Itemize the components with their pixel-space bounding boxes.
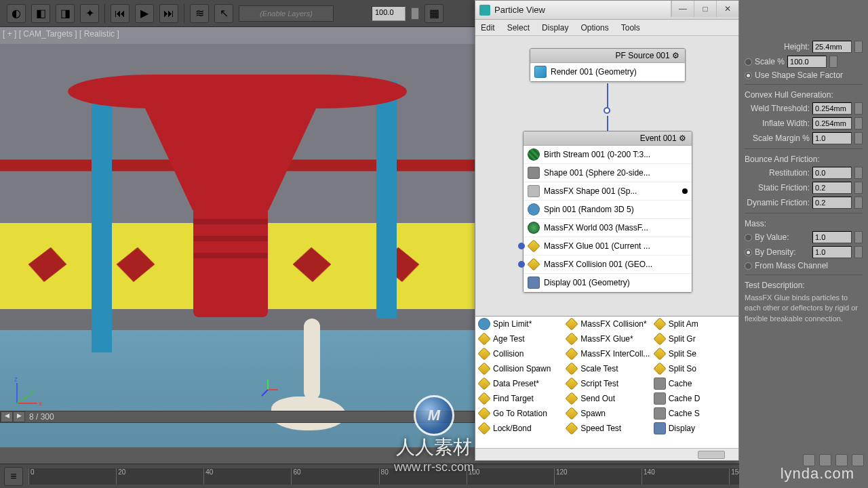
depot-operator[interactable]: Find Target (475, 391, 563, 406)
cache-icon (654, 392, 666, 405)
close-icon[interactable]: ✕ (716, 1, 738, 17)
menu-display[interactable]: Display (542, 23, 568, 33)
event-operator[interactable]: Birth Stream 001 (0-200 T:3... (524, 146, 692, 164)
particle-view-titlebar[interactable]: Particle View — □ ✕ (475, 1, 738, 20)
layers-icon[interactable]: ≋ (190, 4, 209, 23)
depot-operator[interactable]: MassFX InterColl... (563, 346, 650, 361)
orbit-icon[interactable] (819, 454, 831, 466)
mass-by-density-radio[interactable] (745, 249, 752, 256)
test-icon (653, 317, 667, 331)
depot-operator[interactable]: Split Gr (651, 331, 738, 346)
tool-extra-icon[interactable]: ▦ (425, 4, 443, 23)
scale-pct-radio[interactable] (745, 58, 752, 66)
event-header[interactable]: Event 001 ⚙ (524, 131, 692, 146)
depot-operator[interactable]: Send Out (563, 391, 650, 406)
timeline-tick: 60 (291, 468, 300, 485)
depot-operator[interactable]: Cache S (651, 406, 738, 421)
depot-operator[interactable]: MassFX Glue* (563, 331, 650, 346)
depot-operator[interactable]: Split So (651, 361, 738, 376)
test-output-socket-icon[interactable] (518, 243, 525, 249)
test-icon (653, 332, 667, 346)
depot-operator[interactable]: Script Test (563, 376, 650, 391)
menu-tools[interactable]: Tools (621, 23, 640, 33)
mass-by-value-radio[interactable] (745, 234, 752, 241)
depot-operator[interactable]: Cache (651, 376, 738, 391)
birth-icon (528, 148, 540, 161)
depot-operator[interactable]: Scale Test (563, 361, 650, 376)
menu-select[interactable]: Select (507, 23, 530, 33)
maximize-icon[interactable]: □ (694, 1, 716, 17)
depot-operator[interactable]: Split Se (651, 346, 738, 361)
dynamic-friction-spinner[interactable]: 0.2 (812, 197, 852, 209)
opacity-spinner[interactable]: 100.0 (372, 6, 406, 21)
scroll-right-icon[interactable]: ▶ (13, 411, 25, 422)
zoom-icon[interactable] (835, 454, 848, 466)
pf-source-node[interactable]: PF Source 001 ⚙ Render 001 (Geometry) (530, 48, 686, 82)
inflate-spinner[interactable]: 0.254mm (812, 117, 852, 129)
pan-icon[interactable] (803, 454, 815, 466)
scale-pct-spinner[interactable]: 100.0 (787, 56, 827, 68)
layers-dropdown[interactable]: (Enable Layers) (239, 5, 334, 22)
timeline[interactable]: ≡ 020406080100120140150180 (0, 464, 868, 488)
depot-scrollbar[interactable] (475, 448, 738, 460)
event-node[interactable]: Event 001 ⚙ Birth Stream 001 (0-200 T:3.… (523, 131, 692, 293)
scroll-left-icon[interactable]: ◀ (1, 411, 13, 422)
tool-teapot-icon[interactable]: ◐ (7, 4, 26, 23)
test-icon (477, 347, 491, 361)
tool-highlight-icon[interactable]: ✦ (80, 4, 99, 23)
depot-operator[interactable]: Collision (475, 346, 563, 361)
event-operator[interactable]: Spin 001 (Random 3D 5) (524, 201, 692, 219)
restitution-spinner[interactable]: 0.0 (812, 167, 852, 179)
event-operator[interactable]: Display 001 (Geometry) (524, 274, 692, 292)
use-shape-scale-radio[interactable] (745, 72, 752, 79)
menu-edit[interactable]: Edit (481, 23, 495, 33)
height-spinner[interactable]: 25.4mm (812, 41, 852, 53)
select-icon[interactable]: ↖ (214, 4, 233, 23)
depot-operator[interactable]: Lock/Bond (475, 421, 563, 436)
spinner-arrows-icon[interactable] (411, 7, 419, 20)
minimize-icon[interactable]: — (671, 1, 694, 17)
tool-erase-icon[interactable]: ◨ (56, 4, 75, 23)
depot-operator[interactable]: Display (651, 421, 738, 436)
depot-operator[interactable]: Split Am (651, 317, 738, 331)
viewport[interactable]: x z y [ + ] [ CAM_Targets ] [ Realistic … (0, 27, 475, 447)
margin-spinner[interactable]: 1.0 (812, 132, 852, 144)
depot-operator[interactable]: Collision Spawn (475, 361, 563, 376)
mass-value-spinner[interactable]: 1.0 (812, 231, 852, 243)
depot-operator[interactable]: Go To Rotation (475, 406, 563, 421)
event-operator[interactable]: MassFX World 003 (MassF... (524, 219, 692, 237)
test-output-socket-icon[interactable] (518, 261, 525, 268)
depot-operator[interactable]: Speed Test (563, 421, 650, 436)
depot-operator[interactable]: Data Preset* (475, 376, 563, 391)
pf-source-header[interactable]: PF Source 001 ⚙ (530, 49, 685, 63)
timeline-scrollbar[interactable]: ◀ ▶ 8 / 300 (0, 411, 475, 423)
timeline-track[interactable]: 020406080100120140150180 (28, 468, 863, 485)
depot-operator[interactable]: Spawn (563, 406, 650, 421)
test-icon (527, 239, 540, 253)
event-operator[interactable]: MassFX Collision 001 (GEO... (524, 256, 692, 274)
viewport-3d[interactable]: x z y (0, 27, 475, 447)
render-operator[interactable]: Render 001 (Geometry) (530, 63, 685, 81)
timeline-config-icon[interactable]: ≡ (4, 467, 23, 486)
static-friction-spinner[interactable]: 0.2 (812, 182, 852, 194)
event-operator[interactable]: MassFX Shape 001 (Sp... (524, 182, 692, 201)
event-operator[interactable]: Shape 001 (Sphere 20-side... (524, 164, 692, 182)
depot-operator[interactable]: MassFX Collision* (563, 317, 650, 331)
parameter-panel: Height:25.4mm Scale %100.0 Use Shape Sca… (739, 0, 868, 488)
menu-options[interactable]: Options (580, 23, 608, 33)
timeline-tick: 40 (203, 468, 213, 485)
mass-density-spinner[interactable]: 1.0 (812, 246, 852, 258)
play-end-icon[interactable]: ⏭ (159, 4, 178, 23)
depot-operator[interactable]: Age Test (475, 331, 563, 346)
weld-spinner[interactable]: 0.254mm (812, 102, 852, 115)
event-operator[interactable]: MassFX Glue 001 (Current ... (524, 237, 692, 256)
play-icon[interactable]: ▶ (135, 4, 154, 23)
mass-channel-radio[interactable] (745, 262, 752, 270)
depot-operator[interactable]: Spin Limit* (475, 317, 563, 331)
tool-shirt-icon[interactable]: ◧ (31, 4, 50, 23)
depot-operator[interactable]: Cache D (651, 391, 738, 406)
maximize-viewport-icon[interactable] (852, 454, 864, 466)
particle-flow-canvas[interactable]: PF Source 001 ⚙ Render 001 (Geometry) Ev… (475, 36, 738, 316)
play-start-icon[interactable]: ⏮ (111, 4, 130, 23)
viewport-label[interactable]: [ + ] [ CAM_Targets ] [ Realistic ] (3, 29, 119, 39)
